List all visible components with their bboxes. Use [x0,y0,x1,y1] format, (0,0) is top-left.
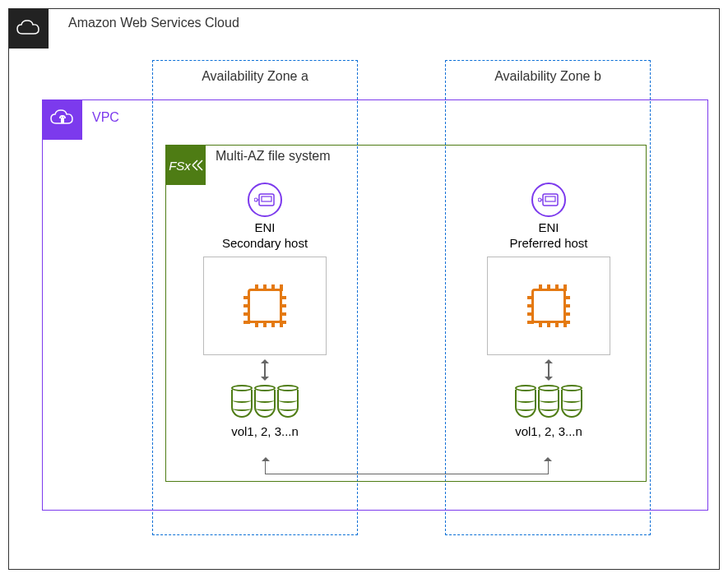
replication-connector [265,458,549,474]
svg-rect-1 [262,197,271,201]
fsx-label: Multi-AZ file system [216,149,331,164]
fsx-file-system: FSx Multi-AZ file system ENI Secondary h… [165,145,647,482]
aws-cloud-icon [9,9,49,49]
connector-arrow-left [262,453,270,461]
volume-icon [231,385,253,419]
secondary-host-box [203,257,327,355]
volumes-label-b: vol1, 2, 3...n [466,424,631,438]
preferred-host-group: ENI Preferred host vol1, 2, 3...n [466,183,631,438]
cpu-chip-icon-b [531,289,566,323]
secondary-host-label: Secondary host [183,236,347,250]
host-vol-connector-b [548,360,549,380]
secondary-host-group: ENI Secondary host vol1, 2, 3...n [183,183,347,438]
svg-rect-5 [545,197,555,201]
vpc-label: VPC [92,110,119,125]
aws-cloud-label: Amazon Web Services Cloud [68,16,239,30]
eni-icon-a [248,183,282,217]
az-b-label: Availability Zone b [446,69,650,84]
volumes-b [466,385,631,419]
volume-icon [538,385,559,419]
preferred-host-label: Preferred host [466,236,631,250]
vpc-icon [43,100,82,140]
aws-cloud-container: Amazon Web Services Cloud Availability Z… [8,8,720,570]
preferred-host-box [487,257,610,355]
volumes-a [183,385,347,419]
volume-icon [561,385,582,419]
fsx-icon: FSx [166,146,206,185]
volumes-label-a: vol1, 2, 3...n [183,424,347,438]
eni-label-a: ENI [183,220,347,234]
az-a-label: Availability Zone a [153,69,357,84]
connector-arrow-right [544,453,552,461]
svg-point-2 [254,198,257,201]
volume-icon [515,385,536,419]
eni-icon-b [531,183,566,217]
cpu-chip-icon-a [248,289,282,323]
host-vol-connector-a [264,360,266,380]
svg-point-6 [538,198,541,201]
fsx-badge-text: FSx [169,159,191,173]
eni-label-b: ENI [466,220,631,234]
volume-icon [277,385,299,419]
volume-icon [254,385,276,419]
